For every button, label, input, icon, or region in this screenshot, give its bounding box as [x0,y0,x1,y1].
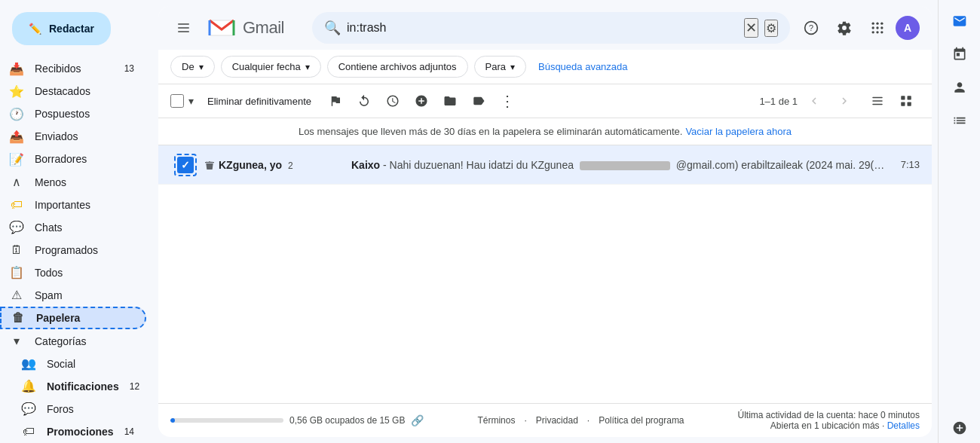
filter-adjuntos-button[interactable]: Contiene archivos adjuntos [327,56,468,78]
sidebar-item-notificaciones[interactable]: 🔔 Notificaciones 12 [0,375,146,398]
right-panel-tasks-button[interactable] [945,105,975,136]
sidebar-label-todos: Todos [35,267,134,279]
report-button[interactable] [322,87,349,115]
svg-point-12 [876,31,878,33]
clear-search-button[interactable]: ✕ [744,18,758,38]
sidebar-item-pospuestos[interactable]: 🕐 Pospuestos [0,102,146,125]
next-page-button[interactable] [831,87,858,115]
notificaciones-badge: 12 [130,381,139,392]
avatar[interactable]: A [896,16,920,40]
sidebar-label-destacados: Destacados [35,85,134,97]
delete-permanently-button[interactable]: Eliminar definitivamente [198,91,320,112]
settings-button[interactable] [829,13,859,43]
sidebar-label-importantes: Importantes [35,199,134,211]
email-checkbox-selected[interactable] [177,157,194,173]
page-count: 1–1 de 1 [759,96,798,107]
help-button[interactable]: ? [796,13,826,43]
forum-icon: 💬 [21,402,36,416]
sidebar-label-notificaciones: Notificaciones [47,380,119,393]
storage-bar [170,418,283,423]
restore-button[interactable] [351,87,378,115]
right-panel-contacts-button[interactable] [945,72,975,102]
compose-button[interactable]: ✏️ Redactar [12,12,111,45]
delete-label: Eliminar definitivamente [207,96,311,107]
sidebar-item-spam[interactable]: ⚠ Spam [0,284,146,307]
gmail-label: Gmail [243,18,284,38]
sidebar-label-recibidos: Recibidos [35,63,114,75]
right-panel-add-button[interactable] [945,413,975,443]
sidebar-item-enviados[interactable]: 📤 Enviados [0,125,146,148]
draft-icon: 📝 [9,152,24,167]
filter-para-button[interactable]: Para ▾ [474,56,526,78]
list-view-button[interactable] [864,87,891,115]
svg-rect-16 [872,104,883,105]
empty-trash-link[interactable]: Vaciar la papelera ahora [685,126,792,137]
topbar: Gmail 🔍 ✕ ⚙ ? A [158,6,932,50]
sidebar-item-programados[interactable]: 🗓 Programados [0,239,146,261]
details-link[interactable]: Detalles [887,420,920,431]
table-row[interactable]: KZgunea, yo 2 Kaixo - Nahi duzuenan! Hau… [158,145,932,185]
sidebar-label-chats: Chats [35,222,134,234]
sidebar-item-promociones[interactable]: 🏷 Promociones 14 [0,420,146,443]
sidebar-item-social[interactable]: 👥 Social [0,353,146,375]
sidebar-label-menos: Menos [35,176,134,188]
add-to-tasks-button[interactable] [408,87,435,115]
more-actions-button[interactable]: ⋮ [494,87,521,115]
snooze-button[interactable] [379,87,406,115]
filter-de-button[interactable]: De ▾ [170,56,215,78]
program-policy-link[interactable]: Política del programa [599,415,684,426]
right-panel-mail-button[interactable] [945,6,975,36]
filter-de-label: De [182,61,194,72]
page-info: 1–1 de 1 [759,87,920,115]
filter-fecha-button[interactable]: Cualquier fecha ▾ [221,56,321,78]
storage-text: 0,56 GB ocupados de 15 GB [289,415,405,426]
sent-icon: 📤 [9,130,24,144]
label-button[interactable] [465,87,492,115]
sidebar-item-recibidos[interactable]: 📥 Recibidos 13 [0,57,146,80]
select-dropdown-arrow[interactable]: ▾ [185,92,197,110]
chevron-up-icon: ∧ [9,175,24,189]
svg-rect-0 [178,23,189,25]
svg-point-10 [880,26,883,29]
move-to-button[interactable] [436,87,464,115]
sidebar-label-enviados: Enviados [35,130,134,142]
email-preview: Kaixo - Nahi duzuenan! Hau idatzi du KZg… [351,159,889,171]
sidebar-item-destacados[interactable]: ⭐ Destacados [0,80,146,102]
chevron-down-icon-3: ▾ [510,62,515,72]
svg-rect-17 [901,96,905,99]
prev-page-button[interactable] [801,87,828,115]
chevron-down-icon: ▾ [199,62,204,72]
search-input[interactable] [347,21,738,35]
sidebar-item-chats[interactable]: 💬 Chats [0,216,146,239]
more-icon: ⋮ [500,92,515,110]
svg-rect-20 [908,102,911,106]
advanced-search-link[interactable]: Búsqueda avanzada [538,61,628,72]
sidebar-item-menos[interactable]: ∧ Menos [0,170,146,193]
svg-rect-18 [908,96,911,99]
chevron-down-icon-2: ▾ [305,62,310,72]
terms-link[interactable]: Términos [477,415,515,426]
activity-text: Última actividad de la cuenta: hace 0 mi… [738,410,920,420]
filter-bar: De ▾ Cualquier fecha ▾ Contiene archivos… [158,50,932,84]
storage-area: 0,56 GB ocupados de 15 GB 🔗 [170,414,424,426]
gmail-m-logo [207,17,237,38]
svg-rect-19 [901,102,905,106]
sidebar-item-importantes[interactable]: 🏷 Importantes [0,194,146,216]
notification-bar: Los mensajes que lleven más de 30 días e… [158,118,932,145]
sidebar-label-categorias: Categorías [35,335,134,347]
sidebar-item-foros[interactable]: 💬 Foros [0,398,146,420]
email-subject: Kaixo [351,159,380,171]
main-content: Gmail 🔍 ✕ ⚙ ? A De ▾ [158,6,932,437]
compose-label: Redactar [49,23,94,35]
sidebar-item-papelera[interactable]: 🗑 Papelera [0,307,146,329]
sidebar-item-borradores[interactable]: 📝 Borradores [0,148,146,170]
sidebar-item-todos[interactable]: 📋 Todos [0,261,146,284]
apps-button[interactable] [862,13,893,43]
menu-button[interactable] [170,13,201,43]
right-panel-calendar-button[interactable] [945,39,975,69]
sidebar-item-categorias[interactable]: ▾ Categorías [0,329,146,352]
select-all-checkbox[interactable] [170,94,184,108]
grid-view-button[interactable] [893,87,920,115]
search-options-button[interactable]: ⚙ [764,20,778,37]
privacy-link[interactable]: Privacidad [536,415,578,426]
